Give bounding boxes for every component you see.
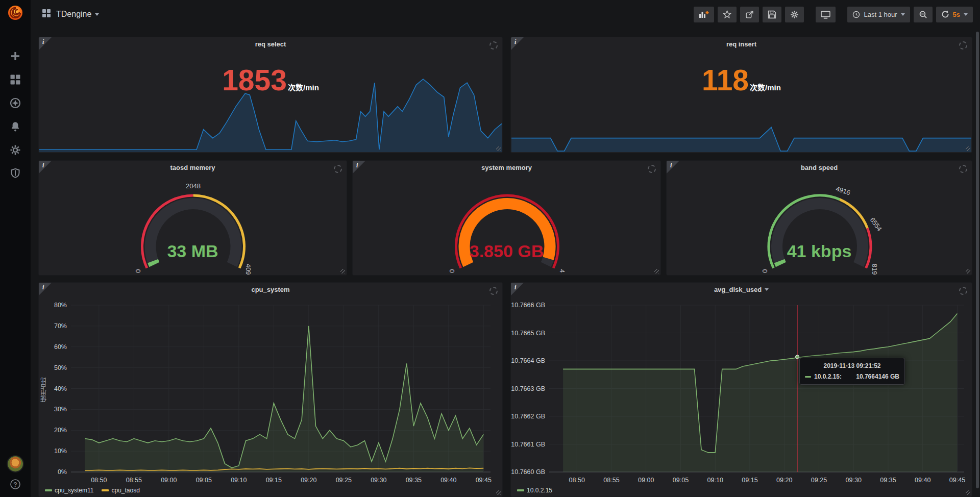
loading-spinner-icon xyxy=(648,165,656,173)
panel-resize-handle[interactable] xyxy=(966,490,970,495)
svg-text:10.7661 GB: 10.7661 GB xyxy=(511,441,545,448)
sidebar-item-create[interactable] xyxy=(10,51,21,62)
save-button[interactable] xyxy=(763,7,781,22)
time-range-picker[interactable]: Last 1 hour xyxy=(847,7,910,22)
page-scrollbar[interactable] xyxy=(976,32,979,488)
loading-spinner-icon xyxy=(959,287,967,295)
panel-title-cpu-system[interactable]: cpu_system xyxy=(39,283,502,296)
share-button[interactable] xyxy=(740,7,759,22)
dashboard-settings-button[interactable] xyxy=(785,7,804,22)
panel-resize-handle[interactable] xyxy=(654,269,659,274)
panel-info-corner[interactable] xyxy=(39,37,52,50)
panel-resize-handle[interactable] xyxy=(496,146,501,151)
value-unit: 次数/min xyxy=(750,82,781,92)
legend-item-cpu-system11[interactable]: cpu_system11 xyxy=(45,487,93,494)
panel-band-speed: i band speed 0491665548192 41 kbps xyxy=(666,160,972,276)
dashboard-title-button[interactable]: TDengine xyxy=(56,10,99,19)
panel-title-taosd-memory[interactable]: taosd memery xyxy=(39,161,347,175)
svg-text:09:35: 09:35 xyxy=(406,477,422,484)
avg-disk-used-chart[interactable]: 10.7660 GB10.7661 GB10.7662 GB10.7663 GB… xyxy=(511,283,972,496)
info-icon: i xyxy=(514,38,516,46)
svg-text:10.7660 GB: 10.7660 GB xyxy=(511,468,545,476)
svg-text:09:15: 09:15 xyxy=(742,477,757,484)
svg-text:4916: 4916 xyxy=(835,185,851,196)
time-range-label: Last 1 hour xyxy=(864,11,897,18)
cpu-system-chart[interactable]: 0%10%20%30%40%50%60%70%80%08:5008:5509:0… xyxy=(39,283,502,496)
info-icon: i xyxy=(356,162,358,169)
sidebar-item-explore[interactable] xyxy=(10,97,21,109)
dashboard-title: TDengine xyxy=(56,10,91,19)
tv-icon xyxy=(821,10,830,19)
svg-text:6554: 6554 xyxy=(868,216,883,232)
svg-text:09:00: 09:00 xyxy=(638,477,654,484)
clock-icon xyxy=(852,11,860,18)
svg-text:09:05: 09:05 xyxy=(196,477,212,484)
sidebar-item-server-admin[interactable] xyxy=(10,168,21,179)
info-icon: i xyxy=(42,38,44,46)
req-insert-value: 118 次数/min xyxy=(511,66,972,95)
apps-grid-icon[interactable] xyxy=(42,9,51,20)
panel-info-corner[interactable] xyxy=(353,161,365,173)
panel-title-band-speed[interactable]: band speed xyxy=(667,161,972,175)
star-button[interactable] xyxy=(718,7,737,22)
value-unit: 次数/min xyxy=(288,82,319,92)
sidebar-item-alerting[interactable] xyxy=(10,121,21,132)
svg-text:09:20: 09:20 xyxy=(301,477,316,484)
panel-info-corner[interactable] xyxy=(511,37,524,50)
user-avatar[interactable] xyxy=(8,456,23,471)
sidebar: ? xyxy=(0,0,31,497)
svg-text:09:45: 09:45 xyxy=(476,477,492,484)
svg-text:09:25: 09:25 xyxy=(811,477,827,484)
zoom-out-icon xyxy=(919,10,927,19)
navbar-actions: Last 1 hour 5s xyxy=(694,7,973,22)
svg-text:09:10: 09:10 xyxy=(231,477,247,484)
sidebar-item-dashboards[interactable] xyxy=(10,74,21,85)
panel-title-req-insert[interactable]: req insert xyxy=(511,37,972,51)
panel-resize-handle[interactable] xyxy=(966,269,970,274)
panel-title-text: req insert xyxy=(726,37,756,51)
navbar: TDengine Last 1 hour xyxy=(31,0,980,29)
svg-text:0: 0 xyxy=(134,269,142,273)
svg-text:40%: 40% xyxy=(54,385,67,392)
cycle-view-button[interactable] xyxy=(816,7,836,22)
svg-text:09:25: 09:25 xyxy=(336,477,352,484)
svg-text:70%: 70% xyxy=(54,322,67,330)
grafana-logo[interactable] xyxy=(5,3,26,25)
legend-item-cpu-taosd[interactable]: cpu_taosd xyxy=(102,487,139,494)
legend-label: cpu_system11 xyxy=(55,487,93,494)
tooltip-time: 2019-11-13 09:21:52 xyxy=(805,362,899,369)
panel-info-corner[interactable] xyxy=(511,283,524,295)
panel-title-system-memory[interactable]: system memory xyxy=(353,161,660,175)
svg-text:09:30: 09:30 xyxy=(371,477,386,484)
help-icon: ? xyxy=(10,479,21,490)
panel-resize-handle[interactable] xyxy=(340,269,345,274)
add-panel-button[interactable] xyxy=(694,7,714,22)
panel-title-text: band speed xyxy=(801,161,838,175)
big-value: 1853 xyxy=(222,66,287,95)
svg-text:0: 0 xyxy=(448,269,456,273)
panel-info-corner[interactable] xyxy=(667,161,679,173)
panel-title-text: system memory xyxy=(481,161,532,175)
share-icon xyxy=(745,10,754,19)
panel-info-corner[interactable] xyxy=(39,161,52,173)
svg-text:09:20: 09:20 xyxy=(776,477,792,484)
svg-text:10.7666 GB: 10.7666 GB xyxy=(511,302,545,309)
shield-icon xyxy=(10,168,21,179)
panel-info-corner[interactable] xyxy=(39,283,52,295)
legend-item-10-0-2-15[interactable]: 10.0.2.15 xyxy=(517,487,552,494)
req-select-value: 1853 次数/min xyxy=(39,66,502,95)
panel-title-avg-disk-used[interactable]: avg_disk_used xyxy=(511,283,972,296)
refresh-button[interactable]: 5s xyxy=(936,7,973,22)
sidebar-item-help[interactable]: ? xyxy=(10,479,21,490)
panel-resize-handle[interactable] xyxy=(496,490,501,495)
loading-spinner-icon xyxy=(489,41,498,49)
zoom-out-button[interactable] xyxy=(914,7,933,22)
info-icon: i xyxy=(670,162,672,169)
panel-resize-handle[interactable] xyxy=(966,146,970,151)
sidebar-item-configuration[interactable] xyxy=(10,144,21,156)
loading-spinner-icon xyxy=(489,287,498,295)
svg-text:09:30: 09:30 xyxy=(846,477,862,484)
avg-disk-legend: 10.0.2.15 xyxy=(517,487,552,494)
svg-text:09:00: 09:00 xyxy=(161,477,177,484)
panel-title-req-select[interactable]: req select xyxy=(39,37,502,51)
